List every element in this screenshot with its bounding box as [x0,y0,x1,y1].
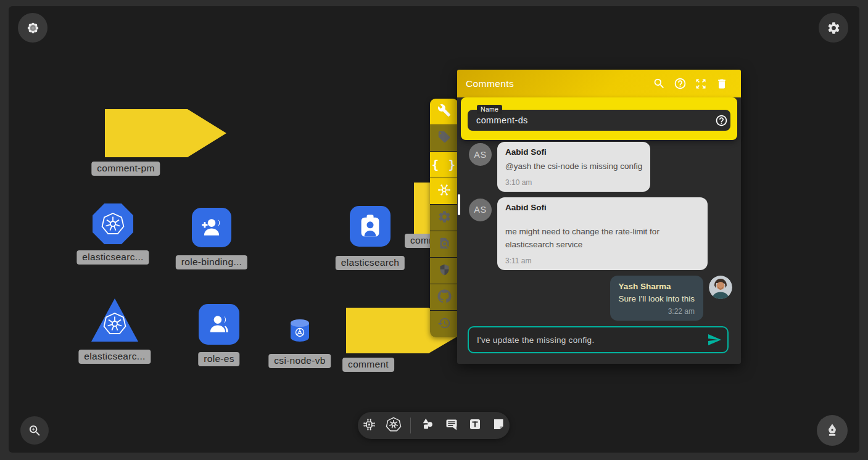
cylinder-icon [287,318,313,343]
expand-icon[interactable] [690,76,711,92]
bottom-dock [358,412,510,439]
trash-icon[interactable] [711,76,732,92]
comment-input-field [468,326,729,353]
settings-button[interactable] [819,13,848,43]
message-time: 3:11 am [505,257,700,265]
gear-icon [437,210,452,226]
node-csi-node-vb[interactable] [287,318,313,343]
node-action-toolbar: { } [430,99,458,337]
id-badge-icon [358,213,382,239]
comments-panel: Comments Name ASAabid Sofi@yash the csi-… [457,70,741,364]
scrollbar-thumb[interactable] [458,194,460,215]
message-time: 3:22 am [619,307,695,316]
message-bubble: Aabid Sofime might need to change the ra… [497,197,708,270]
toolbar-button-gear[interactable] [430,205,458,231]
node-label: comment-pm [91,162,160,176]
comment-thread[interactable]: ASAabid Sofi@yash the csi-node is missin… [457,140,741,326]
send-icon[interactable] [701,332,727,347]
comment-message: ASAabid Sofi@yash the csi-node is missin… [469,142,732,192]
help-icon[interactable] [669,76,690,92]
gear-icon [827,21,841,35]
pen-nib-icon [824,422,840,438]
kanvas-logo-button[interactable] [18,13,48,43]
node-label: role-es [198,352,239,366]
hub-icon [437,183,452,200]
zoom-in-icon [28,424,42,438]
toolbar-button-tag[interactable] [430,125,458,152]
person-plus-icon [200,216,223,239]
dock-item-comment-lines[interactable] [444,417,459,434]
comments-panel-header[interactable]: Comments [457,70,741,97]
doc-search-icon [438,237,451,252]
message-text: @yash the csi-node is missing config [505,160,642,173]
kanvas-app: { "colors": { "accent_teal": "#00B39F", … [0,0,868,460]
braces-icon: { } [432,158,457,171]
zoom-in-button[interactable] [20,416,49,445]
kanvas-logo-icon [26,21,40,35]
node-label: role-binding... [176,255,247,269]
wheel-outline-icon [101,212,125,236]
comment-input-area [457,326,741,364]
node-label: comment [342,358,394,372]
toolbar-button-braces[interactable]: { } [430,152,458,178]
node-role-binding[interactable] [192,208,231,247]
dock-item-circuit[interactable] [362,417,377,435]
toolbar-button-shield[interactable] [430,258,458,284]
dock-item-shapes[interactable] [420,416,436,435]
dock-item-text[interactable] [468,417,482,434]
name-field: Name [468,110,730,131]
node-label: elasticsearch [336,256,405,270]
comment-input[interactable] [469,335,701,345]
name-help-icon[interactable] [712,114,730,127]
node-label: csi-node-vb [268,354,331,368]
avatar: AS [469,143,492,166]
tag-icon [437,130,451,146]
message-author: Aabid Sofi [505,203,700,212]
kubernetes-icon [386,416,402,435]
message-author: Aabid Sofi [505,147,642,157]
wheel-outline-icon [102,311,127,336]
pen-tool-button[interactable] [817,415,848,446]
message-author: Yash Sharma [619,282,695,291]
toolbar-button-github[interactable] [430,284,458,311]
circuit-icon [362,417,377,435]
message-bubble: Yash SharmaSure I'll look into this3:22 … [610,276,703,321]
wrench-icon [437,104,451,120]
dock-divider [410,417,411,433]
name-input[interactable] [468,115,712,125]
comment-lines-icon [444,417,459,434]
toolbar-button-hub[interactable] [430,178,458,205]
dock-item-kubernetes[interactable] [386,416,402,435]
avatar [709,276,732,299]
shapes-icon [420,416,436,435]
name-field-label: Name [477,105,502,114]
message-text: me might need to change the rate-limit f… [505,226,700,252]
message-time: 3:10 am [505,178,642,187]
note-icon [491,417,506,434]
person-icon [207,313,231,336]
toolbar-button-doc-search[interactable] [430,231,458,258]
comment-message: ASAabid Sofime might need to change the … [469,197,732,270]
node-elasticsearch[interactable] [350,206,391,247]
history-icon [437,316,451,332]
github-icon [437,289,452,306]
message-text: Sure I'll look into this [619,294,695,303]
toolbar-button-wrench[interactable] [430,99,458,125]
avatar: AS [469,199,492,221]
node-label: elasticsearc... [76,250,149,265]
node-elasticsearc[interactable] [93,203,133,244]
dock-item-note[interactable] [491,417,506,434]
panel-title: Comments [466,78,648,89]
node-label: elasticsearc... [78,350,151,364]
message-bubble: Aabid Sofi@yash the csi-node is missing … [497,142,650,192]
search-icon[interactable] [648,76,669,92]
toolbar-button-history[interactable] [430,311,458,337]
node-role-es[interactable] [199,304,239,345]
name-field-section: Name [461,97,737,140]
text-icon [468,417,482,434]
comment-message: Yash SharmaSure I'll look into this3:22 … [469,276,732,321]
shield-icon [438,263,451,279]
